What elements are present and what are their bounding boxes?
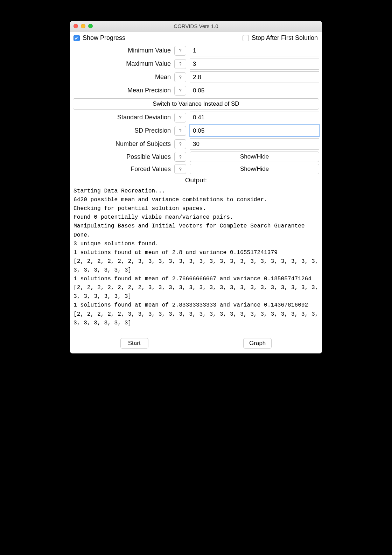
stop-after-first-checkbox[interactable]: [243, 35, 249, 41]
min-value-input[interactable]: [190, 45, 319, 56]
sd-input[interactable]: [190, 112, 319, 123]
forced-values-help-button[interactable]: ?: [174, 164, 186, 174]
show-progress-option[interactable]: Show Progress: [74, 34, 125, 42]
window-controls: [70, 24, 93, 28]
max-value-input[interactable]: [190, 58, 319, 70]
n-subjects-help-button[interactable]: ?: [174, 139, 186, 149]
mean-precision-input[interactable]: [190, 85, 319, 96]
forced-values-label: Forced Values: [73, 166, 171, 173]
sd-precision-help-button[interactable]: ?: [174, 126, 186, 136]
mean-help-button[interactable]: ?: [174, 72, 186, 82]
sd-precision-label: SD Precision: [73, 127, 171, 134]
minimize-icon[interactable]: [81, 24, 85, 28]
min-value-help-button[interactable]: ?: [174, 46, 186, 56]
output-text: Starting Data Recreation... 6420 possibl…: [73, 184, 319, 335]
n-subjects-input[interactable]: [190, 138, 319, 150]
possible-values-help-button[interactable]: ?: [174, 152, 186, 162]
mean-precision-label: Mean Precision: [73, 87, 171, 94]
content-area: Show Progress Stop After First Solution …: [70, 31, 322, 353]
start-button[interactable]: Start: [120, 338, 148, 349]
forced-values-toggle-button[interactable]: Show/Hide: [190, 164, 319, 174]
stop-after-first-label: Stop After First Solution: [252, 34, 318, 42]
titlebar: CORVIDS Vers 1.0: [70, 21, 322, 31]
zoom-icon[interactable]: [88, 24, 93, 28]
min-value-label: Minimum Value: [73, 47, 171, 54]
possible-values-label: Possible Values: [73, 153, 171, 161]
switch-variance-button[interactable]: Switch to Variance Instead of SD: [73, 98, 319, 110]
show-progress-label: Show Progress: [83, 34, 125, 42]
sd-precision-input[interactable]: [190, 125, 319, 136]
max-value-help-button[interactable]: ?: [174, 59, 186, 69]
stop-after-first-option[interactable]: Stop After First Solution: [243, 34, 318, 42]
show-progress-checkbox[interactable]: [74, 35, 80, 41]
app-window: CORVIDS Vers 1.0 Show Progress Stop Afte…: [70, 21, 322, 353]
close-icon[interactable]: [74, 24, 78, 28]
max-value-label: Maximum Value: [73, 60, 171, 68]
output-heading: Output:: [73, 176, 319, 184]
graph-button[interactable]: Graph: [243, 338, 272, 349]
n-subjects-label: Number of Subjects: [73, 140, 171, 148]
possible-values-toggle-button[interactable]: Show/Hide: [190, 152, 319, 162]
mean-input[interactable]: [190, 71, 319, 83]
window-title: CORVIDS Vers 1.0: [70, 23, 322, 29]
sd-help-button[interactable]: ?: [174, 113, 186, 122]
mean-precision-help-button[interactable]: ?: [174, 86, 186, 96]
sd-label: Standard Deviation: [73, 114, 171, 121]
mean-label: Mean: [73, 73, 171, 81]
